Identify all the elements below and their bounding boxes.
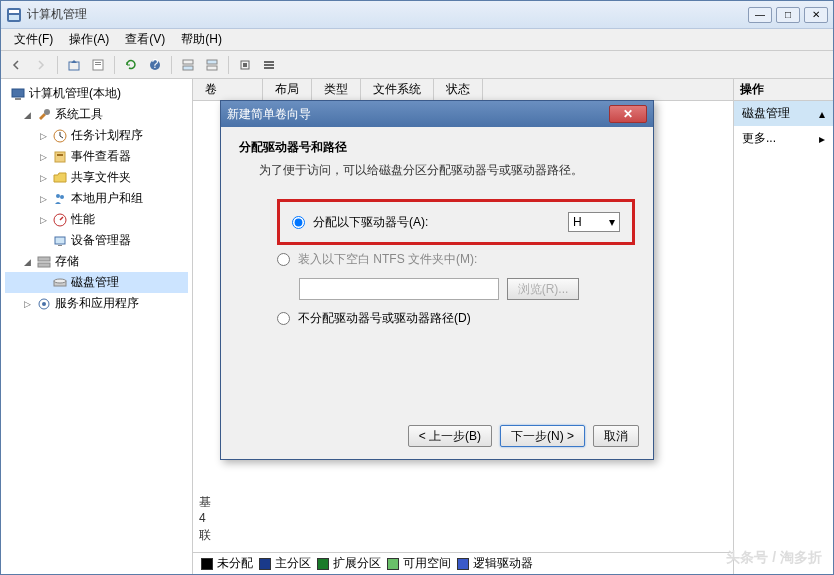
tree-label: 计算机管理(本地) <box>29 85 121 102</box>
svg-rect-14 <box>243 63 247 67</box>
toolbar-separator <box>114 56 115 74</box>
dialog-close-button[interactable]: ✕ <box>609 105 647 123</box>
minimize-button[interactable]: — <box>748 7 772 23</box>
svg-rect-16 <box>264 64 274 66</box>
mount-path-input <box>299 278 499 300</box>
dialog-subtext: 为了便于访问，可以给磁盘分区分配驱动器号或驱动器路径。 <box>239 162 635 179</box>
svg-rect-28 <box>58 245 62 246</box>
view-top-button[interactable] <box>177 54 199 76</box>
forward-button[interactable] <box>30 54 52 76</box>
cancel-button[interactable]: 取消 <box>593 425 639 447</box>
tree-task-scheduler[interactable]: ▷ 任务计划程序 <box>5 125 188 146</box>
tree-disk-management[interactable]: 磁盘管理 <box>5 272 188 293</box>
svg-rect-17 <box>264 67 274 69</box>
tree-device-manager[interactable]: 设备管理器 <box>5 230 188 251</box>
tree-label: 设备管理器 <box>71 232 131 249</box>
tree-local-users[interactable]: ▷ 本地用户和组 <box>5 188 188 209</box>
option-none-label: 不分配驱动器号或驱动器路径(D) <box>298 310 635 327</box>
users-icon <box>52 191 68 207</box>
event-icon <box>52 149 68 165</box>
maximize-button[interactable]: □ <box>776 7 800 23</box>
close-button[interactable]: ✕ <box>804 7 828 23</box>
expander-icon[interactable]: ▷ <box>37 130 49 142</box>
expander-icon[interactable]: ◢ <box>21 256 33 268</box>
svg-rect-1 <box>9 10 19 13</box>
disk-info-line: 联 <box>199 527 211 544</box>
expander-icon[interactable]: ▷ <box>37 214 49 226</box>
legend-free: 可用空间 <box>387 555 451 572</box>
toolbar-separator <box>57 56 58 74</box>
expander-icon[interactable]: ▷ <box>37 151 49 163</box>
chevron-up-icon: ▴ <box>819 107 825 121</box>
titlebar: 计算机管理 — □ ✕ <box>1 1 833 29</box>
radio-no-assign[interactable] <box>277 312 290 325</box>
svg-rect-6 <box>95 64 101 65</box>
column-headers: 卷 布局 类型 文件系统 状态 <box>193 79 733 101</box>
tab-volume[interactable]: 卷 <box>193 78 263 101</box>
wizard-dialog: 新建简单卷向导 ✕ 分配驱动器号和路径 为了便于访问，可以给磁盘分区分配驱动器号… <box>220 100 654 460</box>
svg-point-32 <box>54 279 66 283</box>
tree-performance[interactable]: ▷ 性能 <box>5 209 188 230</box>
menu-view[interactable]: 查看(V) <box>117 29 173 50</box>
up-button[interactable] <box>63 54 85 76</box>
tree-label: 磁盘管理 <box>71 274 119 291</box>
tree-label: 任务计划程序 <box>71 127 143 144</box>
tree-event-viewer[interactable]: ▷ 事件查看器 <box>5 146 188 167</box>
expander-icon[interactable]: ▷ <box>37 172 49 184</box>
dialog-footer: < 上一步(B) 下一步(N) > 取消 <box>408 425 639 447</box>
radio-assign-letter[interactable] <box>292 216 305 229</box>
settings-button[interactable] <box>234 54 256 76</box>
tab-filesystem[interactable]: 文件系统 <box>361 78 434 101</box>
actions-disk-mgmt[interactable]: 磁盘管理 ▴ <box>734 101 833 126</box>
radio-mount-folder[interactable] <box>277 253 290 266</box>
device-icon <box>52 233 68 249</box>
legend-bar: 未分配 主分区 扩展分区 可用空间 逻辑驱动器 <box>193 552 733 574</box>
drive-letter-select[interactable]: H ▾ <box>568 212 620 232</box>
legend-extended: 扩展分区 <box>317 555 381 572</box>
refresh-button[interactable] <box>120 54 142 76</box>
tree-storage[interactable]: ◢ 存储 <box>5 251 188 272</box>
help-button[interactable]: ? <box>144 54 166 76</box>
dialog-titlebar[interactable]: 新建简单卷向导 ✕ <box>221 101 653 127</box>
svg-point-24 <box>56 194 60 198</box>
svg-point-20 <box>44 109 50 115</box>
tab-layout[interactable]: 布局 <box>263 78 312 101</box>
properties-button[interactable] <box>87 54 109 76</box>
tab-status[interactable]: 状态 <box>434 78 483 101</box>
legend-swatch <box>201 558 213 570</box>
menu-help[interactable]: 帮助(H) <box>173 29 230 50</box>
toolbar-separator <box>228 56 229 74</box>
dialog-body: 分配驱动器号和路径 为了便于访问，可以给磁盘分区分配驱动器号或驱动器路径。 分配… <box>221 127 653 349</box>
svg-text:?: ? <box>152 58 159 71</box>
expander-icon[interactable]: ▷ <box>21 298 33 310</box>
legend-swatch <box>387 558 399 570</box>
next-button[interactable]: 下一步(N) > <box>500 425 585 447</box>
svg-rect-30 <box>38 263 50 267</box>
tree-services[interactable]: ▷ 服务和应用程序 <box>5 293 188 314</box>
svg-point-25 <box>60 195 64 199</box>
svg-rect-22 <box>55 152 65 162</box>
tree-label: 存储 <box>55 253 79 270</box>
expander-spacer <box>37 235 49 247</box>
tree-system-tools[interactable]: ◢ 系统工具 <box>5 104 188 125</box>
tab-type[interactable]: 类型 <box>312 78 361 101</box>
option-assign-row: 分配以下驱动器号(A): H ▾ <box>292 212 620 232</box>
tree-label: 事件查看器 <box>71 148 131 165</box>
actions-panel: 操作 磁盘管理 ▴ 更多... ▸ <box>733 79 833 574</box>
expander-icon[interactable]: ◢ <box>21 109 33 121</box>
drive-letter-value: H <box>573 215 582 229</box>
tree-root[interactable]: 计算机管理(本地) <box>5 83 188 104</box>
expander-icon[interactable]: ▷ <box>37 193 49 205</box>
svg-rect-11 <box>207 60 217 64</box>
list-button[interactable] <box>258 54 280 76</box>
back-button[interactable] <box>6 54 28 76</box>
option-group: 分配以下驱动器号(A): H ▾ 装入以下空白 NTFS 文件夹中(M): 浏览… <box>239 199 635 327</box>
actions-more[interactable]: 更多... ▸ <box>734 126 833 151</box>
window-title: 计算机管理 <box>27 6 748 23</box>
legend-swatch <box>317 558 329 570</box>
tree-shared-folders[interactable]: ▷ 共享文件夹 <box>5 167 188 188</box>
menu-action[interactable]: 操作(A) <box>61 29 117 50</box>
menu-file[interactable]: 文件(F) <box>6 29 61 50</box>
view-bottom-button[interactable] <box>201 54 223 76</box>
back-button[interactable]: < 上一步(B) <box>408 425 492 447</box>
